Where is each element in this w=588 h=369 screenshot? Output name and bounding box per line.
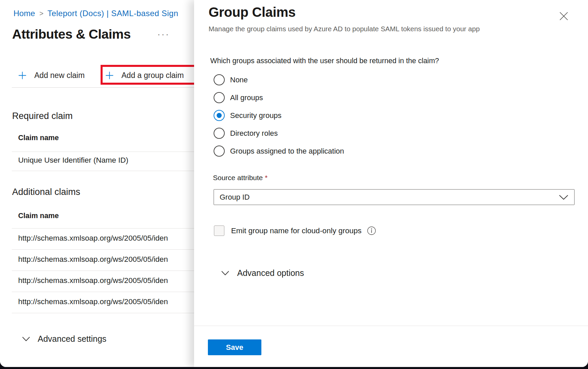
chevron-down-icon: [559, 195, 568, 200]
radio-option-security-groups[interactable]: Security groups: [214, 110, 344, 121]
plus-icon: [105, 71, 114, 80]
page-title: Attributes & Claims: [12, 27, 131, 42]
radio-icon: [214, 74, 225, 85]
radio-option-label: All groups: [230, 93, 263, 102]
emit-group-name-checkbox-row[interactable]: Emit group name for cloud-only groups: [214, 226, 376, 236]
save-button-label: Save: [226, 343, 243, 352]
panel-subtitle: Manage the group claims used by Azure AD…: [209, 25, 480, 33]
group-claims-panel: Group Claims Manage the group claims use…: [194, 0, 588, 367]
additional-claim-row[interactable]: http://schemas.xmlsoap.org/ws/2005/05/id…: [18, 297, 194, 306]
radio-icon: [214, 146, 225, 157]
add-group-claim-label: Add a group claim: [121, 71, 184, 80]
table-divider: [12, 171, 194, 171]
claim-name-column-header: Claim name: [18, 134, 59, 142]
more-options-button[interactable]: ···: [157, 30, 170, 39]
chevron-down-icon: [221, 271, 229, 276]
additional-claim-row[interactable]: http://schemas.xmlsoap.org/ws/2005/05/id…: [18, 255, 194, 264]
radio-option-none[interactable]: None: [214, 74, 344, 85]
advanced-options-toggle[interactable]: Advanced options: [221, 268, 304, 278]
advanced-options-label: Advanced options: [237, 268, 304, 278]
breadcrumb-home-link[interactable]: Home: [13, 9, 35, 18]
screen-background: Home > Teleport (Docs) | SAML-based Sign…: [0, 0, 588, 369]
add-new-claim-button[interactable]: Add new claim: [18, 67, 85, 84]
table-divider: [12, 313, 194, 313]
group-type-radio-group: None All groups Security groups Director…: [214, 74, 344, 163]
chevron-down-icon: [22, 337, 30, 341]
source-attribute-dropdown[interactable]: Group ID: [214, 189, 575, 205]
table-divider: [12, 152, 194, 152]
breadcrumb-current-link[interactable]: Teleport (Docs) | SAML-based Sign: [47, 9, 178, 18]
emit-group-name-label: Emit group name for cloud-only groups: [231, 227, 362, 235]
claim-name-column-header: Claim name: [18, 212, 59, 220]
advanced-settings-toggle[interactable]: Advanced settings: [22, 334, 106, 344]
required-claim-row[interactable]: Unique User Identifier (Name ID): [18, 156, 128, 165]
add-new-claim-label: Add new claim: [34, 71, 85, 80]
required-claim-heading: Required claim: [12, 111, 73, 121]
source-attribute-value: Group ID: [220, 193, 250, 202]
radio-option-label: Security groups: [230, 111, 282, 120]
additional-claim-row[interactable]: http://schemas.xmlsoap.org/ws/2005/05/id…: [18, 234, 194, 243]
radio-option-directory-roles[interactable]: Directory roles: [214, 128, 344, 139]
radio-selected-icon: [214, 110, 225, 121]
panel-title: Group Claims: [209, 5, 296, 20]
table-divider: [12, 228, 194, 229]
additional-claim-row[interactable]: http://schemas.xmlsoap.org/ws/2005/05/id…: [18, 276, 194, 285]
browser-window: Home > Teleport (Docs) | SAML-based Sign…: [0, 0, 588, 367]
radio-option-groups-assigned[interactable]: Groups assigned to the application: [214, 146, 344, 157]
radio-option-label: Groups assigned to the application: [230, 147, 344, 156]
breadcrumb-separator: >: [39, 9, 43, 17]
additional-claims-heading: Additional claims: [12, 187, 80, 197]
table-divider: [12, 292, 194, 292]
required-marker: *: [265, 174, 267, 181]
radio-option-label: Directory roles: [230, 129, 278, 138]
checkbox-unchecked-icon[interactable]: [214, 226, 224, 236]
radio-icon: [214, 128, 225, 139]
table-divider: [12, 271, 194, 271]
attributes-claims-page: Home > Teleport (Docs) | SAML-based Sign…: [0, 0, 194, 367]
advanced-settings-label: Advanced settings: [38, 334, 106, 344]
group-claims-question: Which groups associated with the user sh…: [210, 57, 439, 65]
plus-icon: [18, 71, 27, 80]
info-icon[interactable]: [367, 226, 376, 235]
close-panel-button[interactable]: [557, 10, 570, 23]
add-group-claim-button[interactable]: Add a group claim: [105, 67, 184, 84]
radio-option-label: None: [230, 76, 248, 84]
radio-option-all-groups[interactable]: All groups: [214, 92, 344, 103]
save-button[interactable]: Save: [208, 339, 261, 355]
source-attribute-label: Source attribute*: [213, 174, 267, 182]
radio-icon: [214, 92, 225, 103]
table-divider: [12, 249, 194, 250]
panel-footer-divider: [194, 326, 588, 326]
command-bar-divider: [12, 87, 194, 88]
close-icon: [559, 12, 568, 20]
